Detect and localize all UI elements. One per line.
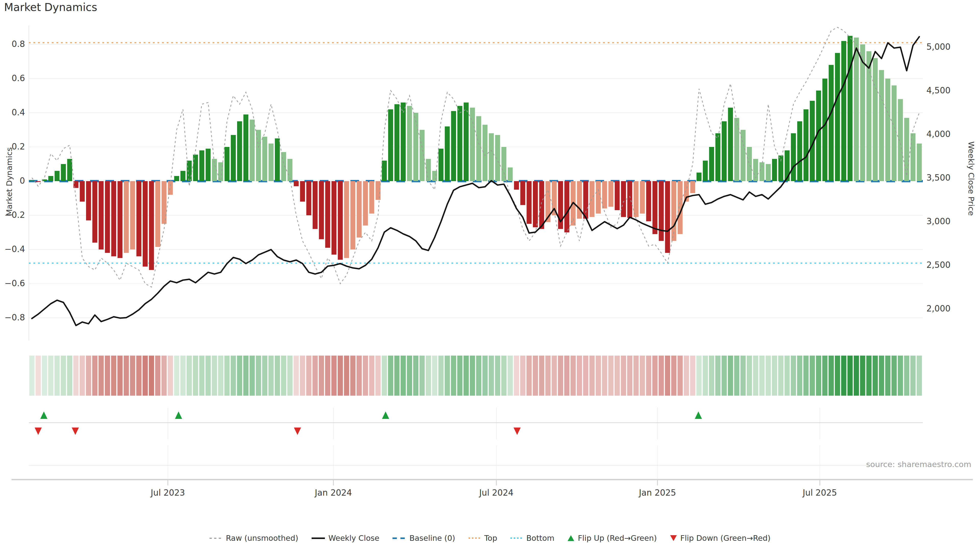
heatmap-cell xyxy=(709,356,714,395)
right-tick-label: 5,000 xyxy=(926,42,967,52)
heatmap-cell xyxy=(29,356,35,395)
heatmap-cell xyxy=(482,356,488,395)
flip-up-marker xyxy=(175,411,182,419)
dynamics-bar xyxy=(483,125,488,181)
dynamics-bar xyxy=(36,181,41,182)
heatmap-cell xyxy=(319,356,324,395)
heatmap-cell xyxy=(734,356,740,395)
heatmap-cell xyxy=(111,356,116,395)
heatmap-cell xyxy=(784,356,790,395)
legend-label: Top xyxy=(484,534,497,543)
heatmap-cell xyxy=(621,356,626,395)
legend-label: Flip Down (Green→Red) xyxy=(680,534,770,543)
heatmap-cell xyxy=(356,356,362,395)
heatmap-cell xyxy=(420,356,425,395)
dynamics-bar xyxy=(224,147,230,181)
heatmap-cell xyxy=(476,356,482,395)
dynamics-bar xyxy=(892,86,897,181)
dynamics-bar xyxy=(426,159,431,181)
x-tick-label: Jul 2024 xyxy=(468,488,525,498)
x-tick-label: Jan 2025 xyxy=(629,488,686,498)
heatmap-cell xyxy=(73,356,79,395)
legend-label: Raw (unsmoothed) xyxy=(226,534,298,543)
dynamics-bar xyxy=(206,149,211,181)
heatmap-cell xyxy=(388,356,393,395)
dynamics-bar xyxy=(520,181,525,205)
heatmap-cell xyxy=(331,356,337,395)
dynamics-bar xyxy=(634,181,639,217)
heatmap-cell xyxy=(879,356,884,395)
dynamics-bar xyxy=(476,116,481,181)
heatmap-cell xyxy=(721,356,727,395)
heatmap-cell xyxy=(54,356,60,395)
dynamics-bar xyxy=(55,171,60,181)
heatmap-cell xyxy=(602,356,608,395)
heatmap-cell xyxy=(690,356,695,395)
heatmap-cell xyxy=(583,356,589,395)
dynamics-bar xyxy=(136,181,142,256)
dynamics-bar xyxy=(143,181,148,267)
dynamics-bar xyxy=(728,108,733,181)
dynamics-bar xyxy=(508,167,513,181)
dynamics-bar xyxy=(627,181,632,218)
legend-item-flip-up: Flip Up (Red→Green) xyxy=(568,534,657,543)
flip-up-marker xyxy=(695,411,702,419)
heatmap-cell xyxy=(703,356,708,395)
dynamics-bar xyxy=(414,113,418,181)
dynamics-bar xyxy=(501,147,507,181)
legend-item-baseline: Baseline (0) xyxy=(393,534,455,543)
heatmap-cell xyxy=(350,356,355,395)
heatmap-cell xyxy=(426,356,431,395)
dynamics-bar xyxy=(80,181,85,202)
heatmap-cell xyxy=(470,356,475,395)
heatmap-cell xyxy=(564,356,570,395)
dynamics-bar xyxy=(432,171,437,181)
heatmap-cell xyxy=(848,356,853,395)
heatmap-cell xyxy=(860,356,865,395)
heatmap-cell xyxy=(753,356,759,395)
dynamics-bar xyxy=(583,181,588,219)
dynamics-bar xyxy=(375,181,381,200)
heatmap-cell xyxy=(42,356,47,395)
heatmap-cell xyxy=(866,356,872,395)
source-credit: source: sharemaestro.com xyxy=(866,460,971,469)
heatmap-cell xyxy=(186,356,192,395)
heatmap-cell xyxy=(338,356,343,395)
heatmap-cell xyxy=(810,356,815,395)
heatmap-cell xyxy=(149,356,154,395)
x-tick-label: Jul 2023 xyxy=(140,488,196,498)
heatmap-cell xyxy=(841,356,846,395)
dynamics-bar xyxy=(281,152,286,181)
heatmap-cell xyxy=(344,356,349,395)
heatmap-cell xyxy=(891,356,897,395)
dynamics-bar xyxy=(911,133,916,181)
heatmap-cell xyxy=(514,356,519,395)
dynamics-bar xyxy=(797,121,802,181)
dynamics-bar xyxy=(879,70,884,181)
dynamics-bar xyxy=(917,144,922,181)
left-tick-label: 0.2 xyxy=(2,141,25,151)
right-tick-label: 2,000 xyxy=(926,303,967,313)
dynamics-bar xyxy=(765,164,771,181)
heatmap-cell xyxy=(243,356,248,395)
heatmap-cell xyxy=(589,356,595,395)
dynamics-bar xyxy=(199,150,204,181)
heatmap-cell xyxy=(401,356,406,395)
heatmap-cell xyxy=(218,356,224,395)
dynamics-bar xyxy=(92,181,97,243)
heatmap-cell xyxy=(803,356,809,395)
flip-up-marker xyxy=(382,411,389,419)
dynamics-bar xyxy=(269,144,274,181)
dynamics-bar xyxy=(180,171,186,181)
dynamics-bar xyxy=(590,181,595,217)
heatmap-cell xyxy=(143,356,148,395)
legend-item-flip-down: Flip Down (Green→Red) xyxy=(670,534,770,543)
x-tick-label: Jan 2024 xyxy=(305,488,361,498)
heatmap-cell xyxy=(665,356,670,395)
heatmap-cell xyxy=(854,356,859,395)
heatmap-cell xyxy=(829,356,834,395)
heatmap-cell xyxy=(382,356,387,395)
legend-item-raw: Raw (unsmoothed) xyxy=(210,534,298,543)
dynamics-bar xyxy=(533,181,538,227)
dynamics-bar xyxy=(111,181,116,256)
